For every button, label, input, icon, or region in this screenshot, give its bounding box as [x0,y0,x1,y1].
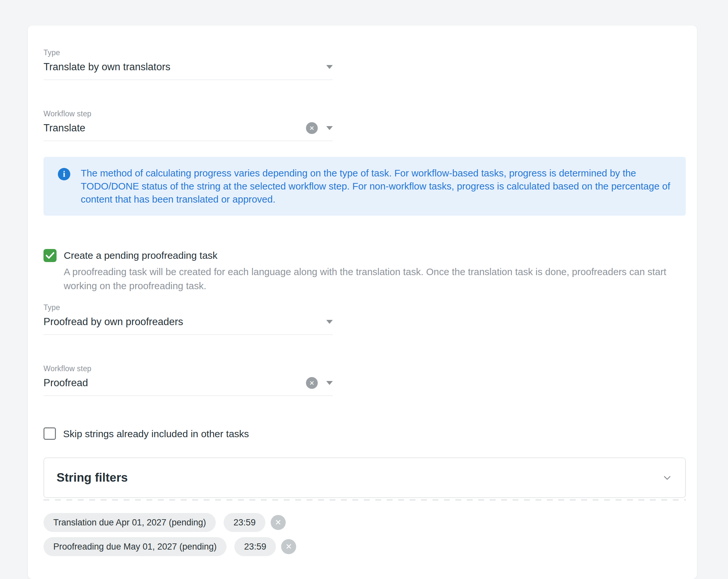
translation-workflow-value: Translate [44,122,306,134]
chevron-down-icon [326,320,333,324]
string-filters-title: String filters [56,471,661,485]
skip-strings-checkbox[interactable]: Skip strings already included in other t… [44,428,681,440]
progress-info-text: The method of calculating progress varie… [81,167,673,206]
info-icon: i [58,168,70,181]
translation-type-value: Translate by own translators [44,61,318,73]
translation-type-label: Type [44,48,333,57]
proofreading-workflow-label: Workflow step [44,364,333,373]
proofreading-deadline-time-chip[interactable]: 23:59 [234,537,276,556]
proofreading-checkbox-label: Create a pending proofreading task [64,249,217,262]
string-filters-panel[interactable]: String filters [44,458,686,498]
proofreading-checkbox-block: Create a pending proofreading task A pro… [44,249,681,293]
translation-type-select[interactable]: Translate by own translators [44,61,333,80]
proofreading-type-label: Type [44,303,333,312]
translation-workflow-label: Workflow step [44,109,333,118]
translation-workflow-field: Workflow step Translate ✕ [44,109,333,141]
deadline-chips: Translation due Apr 01, 2027 (pending) 2… [44,513,681,556]
translation-type-field: Type Translate by own translators [44,48,333,80]
dashed-divider [44,499,686,501]
checkbox-checked-icon[interactable] [44,249,56,262]
chevron-down-icon [661,472,673,483]
checkmark-icon [46,252,54,259]
proofreading-type-select[interactable]: Proofread by own proofreaders [44,316,333,335]
chevron-down-icon [326,126,333,130]
chevron-down-icon [326,381,333,385]
proofreading-workflow-select[interactable]: Proofread ✕ [44,377,333,396]
remove-deadline-icon[interactable]: ✕ [271,515,286,530]
create-task-form-card: Type Translate by own translators Workfl… [28,26,697,579]
translation-workflow-select[interactable]: Translate ✕ [44,122,333,141]
progress-info-note: i The method of calculating progress var… [44,157,686,216]
proofreading-type-field: Type Proofread by own proofreaders [44,303,333,335]
chevron-down-icon [326,65,333,69]
translation-deadline-time-chip[interactable]: 23:59 [224,513,265,532]
proofreading-workflow-field: Workflow step Proofread ✕ [44,364,333,396]
clear-workflow-button[interactable]: ✕ [306,122,318,134]
clear-workflow-button[interactable]: ✕ [306,377,318,389]
create-proofreading-task-checkbox[interactable]: Create a pending proofreading task [44,249,681,262]
skip-strings-checkbox-label: Skip strings already included in other t… [63,428,249,440]
translation-deadline-chip[interactable]: Translation due Apr 01, 2027 (pending) [44,513,216,532]
proofreading-deadline-chip[interactable]: Proofreading due May 01, 2027 (pending) [44,537,227,556]
proofreading-workflow-value: Proofread [44,377,306,389]
checkbox-unchecked-icon[interactable] [44,428,56,440]
proofreading-type-value: Proofread by own proofreaders [44,316,318,328]
proofreading-checkbox-description: A proofreading task will be created for … [64,265,667,293]
proofreading-deadline-row: Proofreading due May 01, 2027 (pending) … [44,537,681,556]
translation-deadline-row: Translation due Apr 01, 2027 (pending) 2… [44,513,681,532]
remove-deadline-icon[interactable]: ✕ [281,539,296,554]
